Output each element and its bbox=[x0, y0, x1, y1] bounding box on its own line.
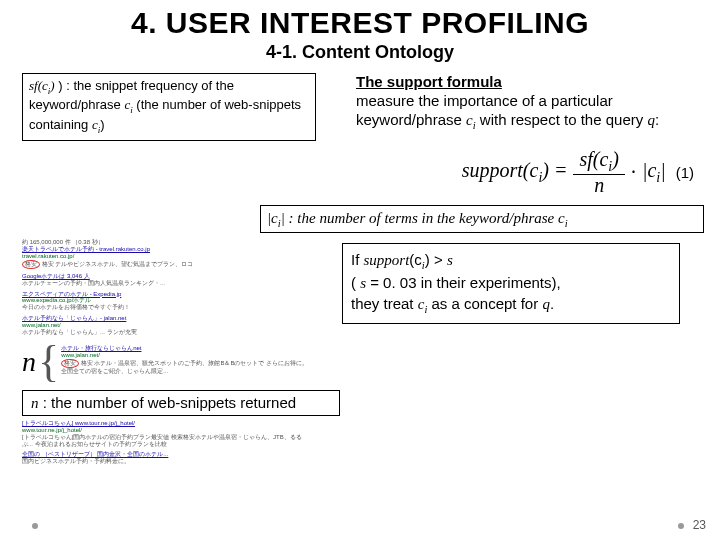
ci-definition-box: |ci| : the number of terms in the keywor… bbox=[260, 205, 704, 233]
formula-row: support(ci) = sf(ci) n · |ci| (1) bbox=[0, 149, 720, 195]
search-results-mock-3: [トラベルコちゃん] www.tour.ne.jp/j_hotel/www.to… bbox=[22, 420, 312, 465]
slide-subtitle: 4-1. Content Ontology bbox=[0, 42, 720, 63]
footer-dot-icon bbox=[678, 523, 684, 529]
brace-icon: { bbox=[38, 340, 59, 384]
page-number: 23 bbox=[693, 518, 706, 532]
search-results-mock: 約 165,000,000 件 （0.38 秒） 楽天トラベルでホテル予約 - … bbox=[22, 239, 312, 336]
search-results-mock-2: ホテル・旅行ならじゃらんnetwww.jalan.net/格安 格安 ホテル・温… bbox=[61, 345, 312, 379]
n-definition-box: n : the number of web-snippets returned bbox=[22, 390, 340, 416]
support-formula: support(ci) = sf(ci) n · |ci| bbox=[462, 149, 666, 195]
footer-dot-icon bbox=[32, 523, 38, 529]
slide-title: 4. USER INTEREST PROFILING bbox=[0, 0, 720, 40]
conclusion-box: If support(ci) > s ( s = 0. 03 in their … bbox=[342, 243, 680, 324]
support-description: The support formula measure the importan… bbox=[356, 73, 676, 132]
equation-number: (1) bbox=[676, 164, 694, 181]
sf-definition-box: sf(ci) ) : the snippet frequency of the … bbox=[22, 73, 316, 141]
n-symbol: n bbox=[22, 346, 36, 378]
